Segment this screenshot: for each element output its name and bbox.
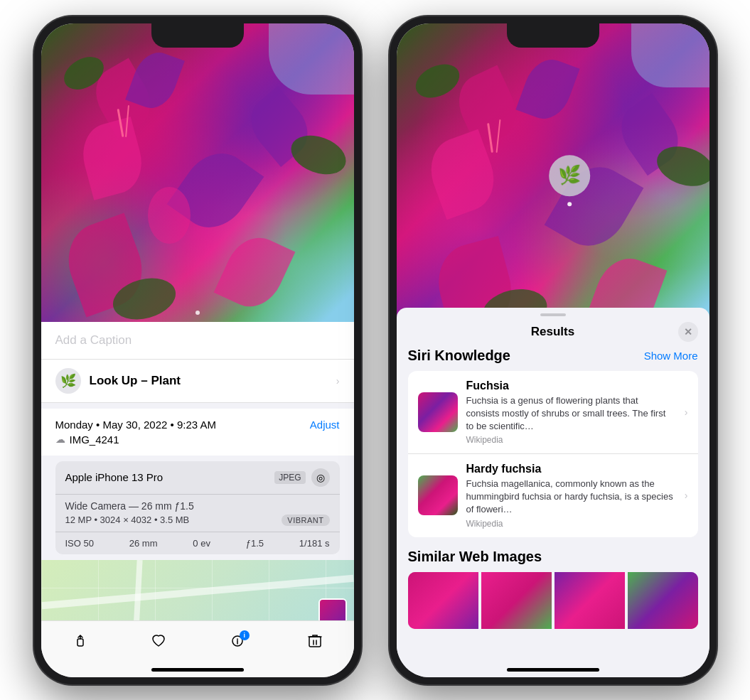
similar-images-grid <box>408 572 698 629</box>
flower-photo-left[interactable] <box>41 23 354 322</box>
vibrant-badge: VIBRANT <box>282 515 329 526</box>
r-sky <box>631 23 709 87</box>
similar-image-4[interactable] <box>628 572 698 629</box>
close-icon: ✕ <box>684 326 692 338</box>
fuchsia-item[interactable]: Fuchsia Fuchsia is a genus of flowering … <box>408 371 698 454</box>
siri-header: Siri Knowledge Show More <box>408 348 698 364</box>
siri-knowledge-section: Siri Knowledge Show More Fuchsia Fuchsia… <box>408 348 698 537</box>
petal-8 <box>148 187 191 244</box>
lookup-plain: Plant <box>148 374 181 387</box>
close-button[interactable]: ✕ <box>678 322 698 342</box>
notch-right <box>507 23 599 48</box>
device-name: Apple iPhone 13 Pro <box>65 471 164 483</box>
left-phone-frame: Add a Caption 🌿 Look Up – Plant › Monday… <box>34 16 361 684</box>
device-section: Apple iPhone 13 Pro JPEG ◎ Wide Camera —… <box>55 461 340 554</box>
exif-focal: 26 mm <box>129 538 158 549</box>
fuchsia-chevron: › <box>685 406 688 418</box>
flower-photo-right[interactable]: 🌿 <box>397 23 709 336</box>
results-panel: Results ✕ Siri Knowledge Show More <box>397 308 709 677</box>
filename: IMG_4241 <box>70 434 119 446</box>
show-more-button[interactable]: Show More <box>644 350 698 362</box>
left-phone-screen: Add a Caption 🌿 Look Up – Plant › Monday… <box>41 23 354 677</box>
home-indicator-left <box>151 668 244 672</box>
svg-rect-0 <box>77 639 83 646</box>
metadata-section: Monday • May 30, 2022 • 9:23 AM Adjust ☁… <box>41 409 354 456</box>
hardy-chevron: › <box>685 490 688 501</box>
similar-image-3[interactable] <box>555 572 625 629</box>
caption-area[interactable]: Add a Caption <box>41 322 354 360</box>
visual-lookup-button[interactable]: 🌿 <box>549 155 590 196</box>
camera-wide: Wide Camera — 26 mm ƒ1.5 <box>65 500 330 512</box>
fuchsia-desc: Fuchsia is a genus of flowering plants t… <box>466 394 673 434</box>
info-button[interactable]: i <box>230 633 245 653</box>
hardy-thumb <box>418 475 458 515</box>
svg-rect-1 <box>309 637 321 647</box>
siri-knowledge-title: Siri Knowledge <box>408 348 510 364</box>
page-indicator <box>195 311 200 315</box>
lookup-icon: 🌿 <box>55 368 81 394</box>
format-badge: JPEG <box>274 471 305 484</box>
similar-title: Similar Web Images <box>408 549 698 565</box>
home-indicator-right <box>507 668 599 672</box>
favorite-button[interactable] <box>151 633 166 653</box>
hardy-source: Wikipedia <box>466 519 673 529</box>
results-title: Results <box>531 325 574 339</box>
lookup-bold: Look Up – <box>90 374 148 387</box>
right-phone-frame: 🌿 Results ✕ Siri Knowledge <box>390 16 717 684</box>
similar-web-images-section: Similar Web Images <box>408 549 698 629</box>
share-button[interactable] <box>73 633 88 653</box>
exif-row: ISO 50 26 mm 0 ev ƒ1.5 1/181 s <box>55 532 340 554</box>
hardy-fuchsia-item[interactable]: Hardy fuchsia Fuchsia magellanica, commo… <box>408 453 698 537</box>
cloud-icon: ☁ <box>55 434 65 445</box>
location-icon: ◎ <box>311 468 330 487</box>
caption-placeholder[interactable]: Add a Caption <box>55 333 132 347</box>
fuchsia-name: Fuchsia <box>466 379 673 392</box>
camera-specs-row: 12 MP • 3024 × 4032 • 3.5 MB VIBRANT <box>65 515 330 526</box>
right-phone-screen: 🌿 Results ✕ Siri Knowledge <box>397 23 709 677</box>
similar-image-2[interactable] <box>481 572 552 629</box>
exif-shutter: 1/181 s <box>299 538 330 549</box>
lookup-chevron: › <box>336 375 340 387</box>
drag-handle[interactable] <box>540 313 566 316</box>
date-row: Monday • May 30, 2022 • 9:23 AM Adjust <box>55 419 340 431</box>
right-phone: 🌿 Results ✕ Siri Knowledge <box>390 16 717 684</box>
similar-image-1[interactable] <box>408 572 478 629</box>
fuchsia-content: Fuchsia Fuchsia is a genus of flowering … <box>466 379 673 446</box>
fuchsia-thumb <box>418 392 458 432</box>
delete-button[interactable] <box>308 633 322 653</box>
adjust-button[interactable]: Adjust <box>310 419 340 431</box>
exif-aperture: ƒ1.5 <box>246 538 264 549</box>
info-badge: i <box>240 630 250 640</box>
hardy-content: Hardy fuchsia Fuchsia magellanica, commo… <box>466 463 673 529</box>
hardy-desc: Fuchsia magellanica, commonly known as t… <box>466 478 673 517</box>
fuchsia-source: Wikipedia <box>466 435 673 445</box>
left-phone: Add a Caption 🌿 Look Up – Plant › Monday… <box>34 16 361 684</box>
results-header: Results ✕ <box>397 325 709 348</box>
device-row: Apple iPhone 13 Pro JPEG ◎ <box>55 461 340 494</box>
photo-date: Monday • May 30, 2022 • 9:23 AM <box>55 419 216 431</box>
camera-details: Wide Camera — 26 mm ƒ1.5 12 MP • 3024 × … <box>55 494 340 532</box>
device-badges: JPEG ◎ <box>274 468 329 487</box>
lookup-row[interactable]: 🌿 Look Up – Plant › <box>41 360 354 403</box>
filename-row: ☁ IMG_4241 <box>55 434 340 446</box>
lookup-dot <box>567 202 572 206</box>
camera-megapixel: 12 MP • 3024 × 4032 • 3.5 MB <box>65 515 190 525</box>
lookup-label: Look Up – Plant <box>90 374 181 388</box>
knowledge-card: Fuchsia Fuchsia is a genus of flowering … <box>408 371 698 537</box>
exif-ev: 0 ev <box>193 538 210 549</box>
exif-iso: ISO 50 <box>65 538 94 549</box>
hardy-name: Hardy fuchsia <box>466 463 673 475</box>
notch-left <box>151 23 244 48</box>
